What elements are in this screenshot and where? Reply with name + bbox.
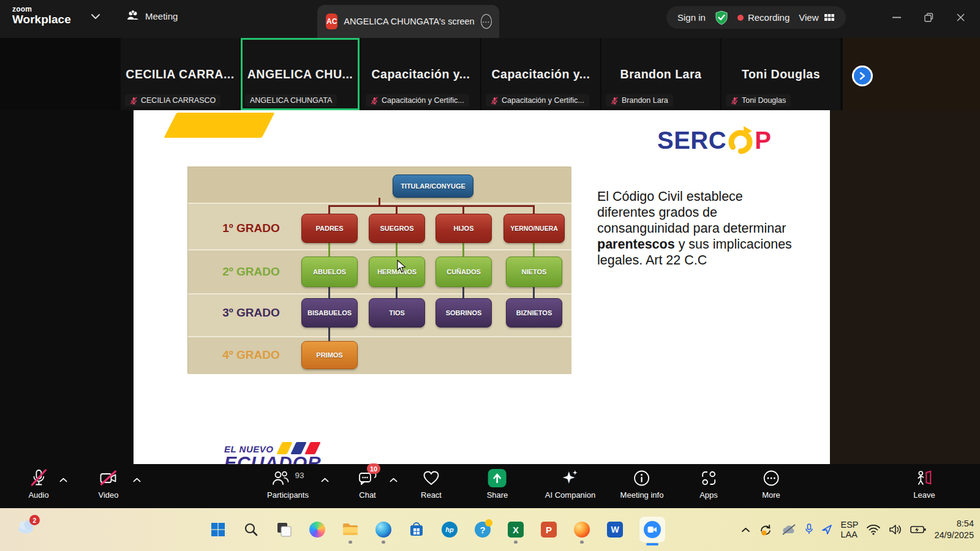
- chart-box: HIJOS: [435, 214, 492, 243]
- grid-view-icon: [824, 13, 835, 23]
- el-nuevo-ecuador-logo: EL NUEVO ECUADOR: [224, 442, 359, 464]
- help-icon[interactable]: ?: [474, 521, 491, 538]
- tray-chevron-up-icon[interactable]: [741, 527, 750, 533]
- grade-label: 4º GRADO: [205, 348, 297, 362]
- participants-button[interactable]: 93 Participants: [267, 468, 309, 506]
- more-button[interactable]: More: [762, 468, 780, 506]
- microsoft-store-icon[interactable]: [408, 521, 425, 538]
- sercop-logo-text: SERC: [657, 127, 726, 154]
- chat-button[interactable]: 10 Chat: [358, 468, 377, 506]
- volume-icon[interactable]: [889, 524, 902, 535]
- zoom-titlebar: zoom Workplace Meeting AC ANGELICA CHUNG…: [0, 0, 980, 38]
- connector: [328, 205, 535, 207]
- powerpoint-icon[interactable]: P: [540, 521, 557, 538]
- participant-filmstrip: CECILIA CARRA... CECILIA CARRASCO ANGELI…: [0, 38, 980, 110]
- connector: [533, 205, 535, 214]
- wifi-icon[interactable]: [866, 524, 881, 535]
- video-tile[interactable]: Toni Douglas Toni Douglas: [722, 38, 840, 110]
- hp-icon[interactable]: hp: [441, 521, 458, 538]
- tab-options-icon[interactable]: …: [481, 14, 492, 29]
- location-share-icon[interactable]: [821, 524, 832, 535]
- logo-zoom-text: zoom: [12, 6, 71, 13]
- tab-shared-screen[interactable]: AC ANGELICA CHUNGATA's screen …: [317, 5, 499, 38]
- edge-browser-icon[interactable]: [375, 521, 392, 538]
- chat-options-chevron-icon[interactable]: [390, 478, 398, 482]
- tab-meeting[interactable]: Meeting: [126, 10, 178, 22]
- taskbar-app-icons: hp ? X P W: [209, 508, 665, 551]
- task-view-button[interactable]: [276, 521, 293, 538]
- apps-button[interactable]: Apps: [699, 468, 718, 506]
- taskbar-weather-widget[interactable]: 2: [16, 517, 43, 542]
- mic-muted-icon: [731, 97, 739, 105]
- recording-dot-icon: [737, 15, 744, 21]
- start-button[interactable]: [209, 521, 227, 538]
- grade-label: 1º GRADO: [205, 222, 297, 235]
- participant-name-badge: ANGELICA CHUNGATA: [245, 94, 337, 107]
- react-button[interactable]: React: [421, 468, 442, 506]
- slide-paragraph: El Código Civil establece diferentes gra…: [597, 189, 792, 268]
- copilot-icon[interactable]: [309, 521, 326, 538]
- ai-companion-button[interactable]: AI Companion: [545, 468, 595, 506]
- paragraph-text: El Código Civil establece diferentes gra…: [597, 189, 786, 236]
- update-sync-icon[interactable]: [758, 523, 773, 536]
- leave-button[interactable]: Leave: [913, 468, 935, 506]
- audio-button[interactable]: Audio: [28, 468, 48, 506]
- connector: [533, 287, 535, 298]
- heart-icon: [423, 470, 440, 486]
- chat-unread-badge: 10: [367, 463, 380, 474]
- language-line1: ESP: [840, 520, 858, 530]
- video-options-chevron-icon[interactable]: [133, 478, 141, 482]
- next-participants-button[interactable]: [852, 66, 873, 86]
- share-button[interactable]: Share: [487, 468, 508, 506]
- video-tile[interactable]: CECILIA CARRA... CECILIA CARRASCO: [121, 38, 239, 110]
- chat-label: Chat: [359, 490, 375, 500]
- participant-name-badge: CECILIA CARRASCO: [125, 94, 221, 107]
- zoom-app-icon[interactable]: [639, 517, 665, 542]
- workspace-chevron-down-icon[interactable]: [91, 13, 100, 20]
- video-tile-active-speaker[interactable]: ANGELICA CHU... ANGELICA CHUNGATA: [241, 38, 360, 110]
- shared-screen-title: ANGELICA CHUNGATA's screen: [344, 17, 474, 26]
- video-button[interactable]: Video: [98, 468, 118, 506]
- mic-muted-icon: [491, 97, 499, 105]
- meeting-info-button[interactable]: Meeting info: [620, 468, 664, 506]
- grade-label: 2º GRADO: [205, 265, 297, 279]
- search-button[interactable]: [243, 521, 260, 538]
- weather-alert-badge: 2: [29, 515, 40, 525]
- mouse-cursor: [397, 260, 407, 273]
- firefox-icon[interactable]: [573, 521, 590, 538]
- restore-button[interactable]: [913, 5, 944, 29]
- windows-taskbar: 2 hp: [0, 508, 980, 551]
- sercop-o-arrow-icon: [727, 126, 754, 154]
- sign-in-button[interactable]: Sign in: [677, 12, 706, 23]
- file-explorer-icon[interactable]: [342, 521, 359, 538]
- excel-icon[interactable]: X: [507, 521, 524, 538]
- word-icon[interactable]: W: [606, 521, 624, 538]
- participants-options-chevron-icon[interactable]: [321, 478, 329, 482]
- grade-label: 3º GRADO: [205, 306, 297, 320]
- chart-root-box: TITULAR/CONYUGE: [393, 174, 473, 198]
- onedrive-paused-icon[interactable]: [781, 523, 797, 536]
- video-tile[interactable]: Capacitación y... Capacitación y Certifi…: [481, 38, 600, 110]
- view-button[interactable]: View: [799, 12, 834, 23]
- share-screen-icon: [488, 469, 507, 487]
- consanguinity-org-chart: TITULAR/CONYUGE 1º GRADO 2º GRADO 3º GRA…: [187, 167, 571, 373]
- logo-workplace-text: Workplace: [12, 13, 71, 26]
- language-indicator[interactable]: ESP LAA: [840, 520, 858, 539]
- close-button[interactable]: [944, 5, 976, 29]
- connector: [328, 328, 330, 341]
- chart-box: YERNO/NUERA: [503, 214, 565, 243]
- taskbar-clock[interactable]: 8:54 24/9/2025: [934, 518, 974, 541]
- connector: [462, 205, 464, 214]
- react-label: React: [421, 490, 442, 500]
- minimize-button[interactable]: [881, 5, 913, 29]
- chart-box: NIETOS: [506, 257, 562, 287]
- shield-check-icon[interactable]: [715, 10, 728, 25]
- battery-icon[interactable]: [910, 525, 926, 534]
- video-tile[interactable]: Brandon Lara Brandon Lara: [601, 38, 720, 110]
- info-icon: [633, 470, 650, 487]
- tray-mic-icon[interactable]: [805, 523, 813, 536]
- video-tile[interactable]: Capacitación y... Capacitación y Certifi…: [361, 38, 480, 110]
- connector: [396, 205, 398, 214]
- avatar: AC: [326, 13, 337, 29]
- audio-options-chevron-icon[interactable]: [59, 478, 67, 482]
